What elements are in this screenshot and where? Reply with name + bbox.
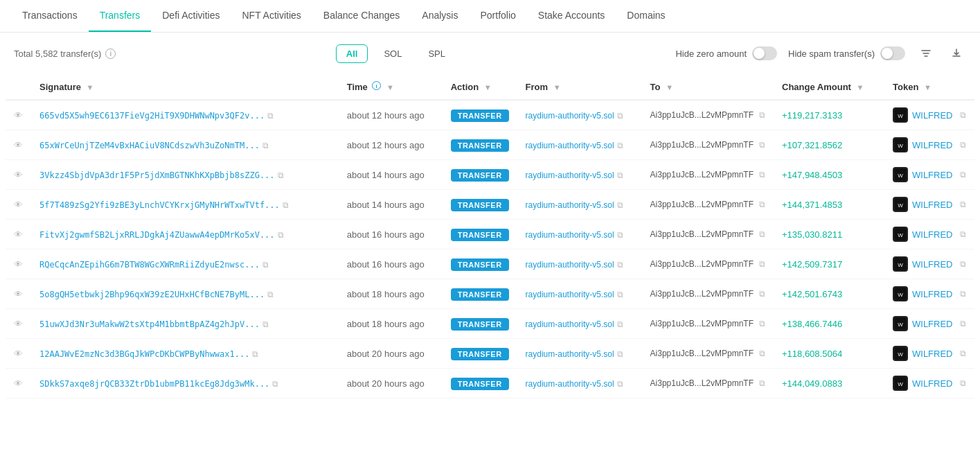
from-sort-icon[interactable]: ▼ xyxy=(553,83,561,91)
copy-icon-from[interactable]: ⧉ xyxy=(617,319,623,329)
copy-icon-token[interactable]: ⧉ xyxy=(960,349,966,358)
copy-icon[interactable]: ⧉ xyxy=(278,170,284,180)
from-link[interactable]: raydium-authority-v5.sol xyxy=(526,170,614,180)
eye-icon[interactable]: 👁 xyxy=(14,170,23,180)
hide-spam-toggle[interactable] xyxy=(880,46,905,60)
copy-icon-token[interactable]: ⧉ xyxy=(960,259,966,269)
eye-icon[interactable]: 👁 xyxy=(14,200,23,210)
copy-icon-token[interactable]: ⧉ xyxy=(960,378,966,388)
signature-link[interactable]: 65xWrCeUnjTZeM4vBxHACiuV8NCdszwVh3uZoNmT… xyxy=(39,141,260,150)
from-link[interactable]: raydium-authority-v5.sol xyxy=(526,349,614,359)
copy-icon-from[interactable]: ⧉ xyxy=(617,141,623,150)
copy-icon-to[interactable]: ⧉ xyxy=(759,259,765,269)
time-sort-icon[interactable]: ▼ xyxy=(386,83,394,91)
token-link[interactable]: WILFRED xyxy=(912,378,953,389)
copy-icon-from[interactable]: ⧉ xyxy=(617,349,623,359)
nav-tab-domains[interactable]: Domains xyxy=(616,0,676,32)
from-link[interactable]: raydium-authority-v5.sol xyxy=(526,230,614,240)
eye-icon[interactable]: 👁 xyxy=(14,319,23,329)
copy-icon-from[interactable]: ⧉ xyxy=(617,379,623,389)
token-sort-icon[interactable]: ▼ xyxy=(924,83,932,91)
signature-link[interactable]: 5o8gQH5etbwkj2Bhp96qxW39zE2UHxHCfBcNE7By… xyxy=(39,290,265,299)
copy-icon[interactable]: ⧉ xyxy=(262,260,269,270)
action-sort-icon[interactable]: ▼ xyxy=(484,83,492,91)
eye-icon[interactable]: 👁 xyxy=(14,259,23,270)
token-link[interactable]: WILFRED xyxy=(912,349,953,359)
signature-link[interactable]: 12AAJWvE2mzNc3d3BGqJkWPcDKbCWPByNhwwax1.… xyxy=(39,349,249,359)
copy-icon[interactable]: ⧉ xyxy=(252,349,258,359)
from-link[interactable]: raydium-authority-v5.sol xyxy=(526,290,614,299)
copy-icon-to[interactable]: ⧉ xyxy=(759,349,765,358)
nav-tab-transactions[interactable]: Transactions xyxy=(11,0,89,32)
time-info-icon[interactable]: i xyxy=(372,81,381,90)
eye-icon[interactable]: 👁 xyxy=(14,140,23,150)
nav-tab-stake-accounts[interactable]: Stake Accounts xyxy=(527,0,616,32)
from-link[interactable]: raydium-authority-v5.sol xyxy=(526,379,614,389)
copy-icon-from[interactable]: ⧉ xyxy=(617,260,623,270)
nav-tab-nft-activities[interactable]: NFT Activities xyxy=(231,0,312,32)
copy-icon-token[interactable]: ⧉ xyxy=(960,289,966,299)
copy-icon-from[interactable]: ⧉ xyxy=(617,200,623,210)
signature-link[interactable]: 665vd5X5wh9EC6137FieVg2HiT9X9DHWNwNpv3QF… xyxy=(39,111,265,121)
to-sort-icon[interactable]: ▼ xyxy=(666,83,673,91)
copy-icon-token[interactable]: ⧉ xyxy=(960,170,966,179)
copy-icon[interactable]: ⧉ xyxy=(262,319,269,329)
token-link[interactable]: WILFRED xyxy=(912,110,953,121)
copy-icon-to[interactable]: ⧉ xyxy=(759,140,765,150)
filter-all-button[interactable]: All xyxy=(336,44,368,63)
copy-icon-to[interactable]: ⧉ xyxy=(759,110,765,120)
nav-tab-defi-activities[interactable]: Defi Activities xyxy=(151,0,231,32)
copy-icon-token[interactable]: ⧉ xyxy=(960,110,966,120)
eye-icon[interactable]: 👁 xyxy=(14,349,23,359)
copy-icon[interactable]: ⧉ xyxy=(283,200,289,210)
copy-icon-from[interactable]: ⧉ xyxy=(617,290,623,299)
signature-link[interactable]: SDkkS7axqe8jrQCB33ZtrDb1ubmPB11kcEg8Jdg3… xyxy=(39,379,269,389)
signature-link[interactable]: 3Vkzz4SbjdVpA3dr1F5Pr5jdXmBGTNKhKXpBbjb8… xyxy=(39,170,275,180)
signature-link[interactable]: RQeCqcAnZEpihG6m7BTW8WGcXWRmRiiZdyuE2nws… xyxy=(39,260,260,270)
nav-tab-balance-changes[interactable]: Balance Changes xyxy=(312,0,411,32)
copy-icon-token[interactable]: ⧉ xyxy=(960,229,966,239)
from-link[interactable]: raydium-authority-v5.sol xyxy=(526,319,614,329)
copy-icon[interactable]: ⧉ xyxy=(267,111,274,121)
token-link[interactable]: WILFRED xyxy=(912,200,953,210)
from-link[interactable]: raydium-authority-v5.sol xyxy=(526,141,614,150)
copy-icon[interactable]: ⧉ xyxy=(262,141,269,150)
eye-icon[interactable]: 👁 xyxy=(14,229,23,240)
filter-sol-button[interactable]: SOL xyxy=(373,44,412,63)
filter-icon-button[interactable] xyxy=(916,44,936,63)
copy-icon-from[interactable]: ⧉ xyxy=(617,230,623,240)
token-link[interactable]: WILFRED xyxy=(912,259,953,270)
copy-icon[interactable]: ⧉ xyxy=(272,379,278,389)
eye-icon[interactable]: 👁 xyxy=(14,110,23,121)
amount-sort-icon[interactable]: ▼ xyxy=(857,83,864,91)
eye-icon[interactable]: 👁 xyxy=(14,378,23,389)
copy-icon-token[interactable]: ⧉ xyxy=(960,319,966,328)
token-link[interactable]: WILFRED xyxy=(912,319,953,329)
copy-icon-from[interactable]: ⧉ xyxy=(617,111,623,121)
copy-icon-token[interactable]: ⧉ xyxy=(960,200,966,209)
hide-zero-toggle[interactable] xyxy=(752,46,777,60)
copy-icon-to[interactable]: ⧉ xyxy=(759,229,765,239)
info-icon[interactable]: i xyxy=(105,49,116,59)
copy-icon-to[interactable]: ⧉ xyxy=(759,289,765,299)
copy-icon-to[interactable]: ⧉ xyxy=(759,319,765,328)
signature-link[interactable]: 51uwXJd3Nr3uMakwW2tsXtp4M1bbmtBpAZ4g2hJp… xyxy=(39,319,260,329)
from-link[interactable]: raydium-authority-v5.sol xyxy=(526,111,614,121)
token-link[interactable]: WILFRED xyxy=(912,289,953,299)
signature-sort-icon[interactable]: ▼ xyxy=(87,83,94,91)
copy-icon-token[interactable]: ⧉ xyxy=(960,140,966,150)
token-link[interactable]: WILFRED xyxy=(912,140,953,150)
eye-icon[interactable]: 👁 xyxy=(14,289,23,299)
signature-link[interactable]: FitvXj2gwmfSB2LjxRRLJDgkAj4ZUawwA4epDMrK… xyxy=(39,230,275,240)
nav-tab-portfolio[interactable]: Portfolio xyxy=(469,0,526,32)
token-link[interactable]: WILFRED xyxy=(912,170,953,180)
copy-icon-from[interactable]: ⧉ xyxy=(617,170,623,180)
token-link[interactable]: WILFRED xyxy=(912,229,953,240)
copy-icon-to[interactable]: ⧉ xyxy=(759,170,765,179)
nav-tab-analysis[interactable]: Analysis xyxy=(411,0,469,32)
copy-icon[interactable]: ⧉ xyxy=(278,230,284,240)
from-link[interactable]: raydium-authority-v5.sol xyxy=(526,260,614,270)
copy-icon[interactable]: ⧉ xyxy=(267,290,274,299)
copy-icon-to[interactable]: ⧉ xyxy=(759,378,765,388)
nav-tab-transfers[interactable]: Transfers xyxy=(89,0,152,32)
